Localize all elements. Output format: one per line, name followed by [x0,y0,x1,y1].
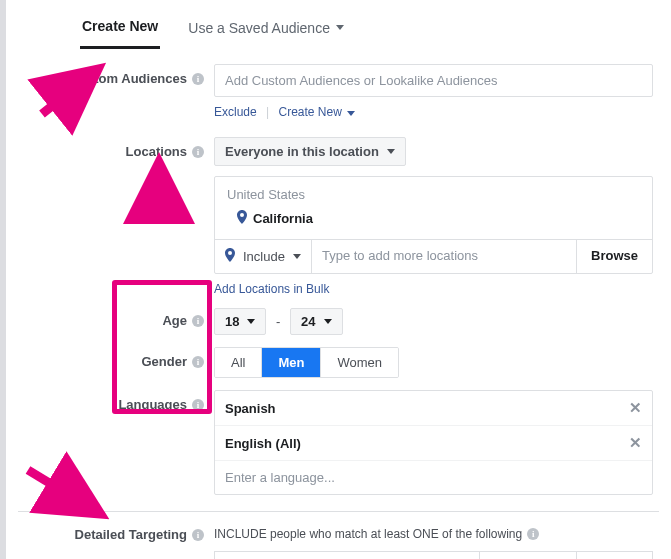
caret-down-icon [347,111,355,116]
info-icon[interactable]: i [192,356,204,368]
browse-locations-button[interactable]: Browse [576,240,652,273]
info-icon[interactable]: i [192,529,204,541]
caret-down-icon [324,319,332,324]
location-region-item[interactable]: California [215,204,652,239]
info-icon[interactable]: i [192,315,204,327]
tab-saved-label: Use a Saved Audience [188,20,330,36]
languages-label-text: Languages [118,397,187,412]
caret-down-icon [336,25,344,30]
gender-segment: All Men Women [214,347,399,378]
gender-label: Gender i [18,347,214,369]
separator: | [260,105,275,119]
gender-men[interactable]: Men [262,348,321,377]
detailed-targeting-label: Detailed Targeting i [18,524,214,542]
locations-label: Locations i [18,137,214,159]
location-scope-text: Everyone in this location [225,144,379,159]
audience-tabs: Create New Use a Saved Audience [18,0,659,50]
info-icon[interactable]: i [192,73,204,85]
caret-down-icon [293,254,301,259]
language-name: Spanish [225,401,276,416]
browse-detailed-button[interactable]: Browse [576,552,652,559]
location-country: United States [215,177,652,204]
create-new-link[interactable]: Create New [279,105,356,119]
location-region-text: California [253,211,313,226]
language-item: Spanish ✕ [215,391,652,426]
location-scope-select[interactable]: Everyone in this location [214,137,406,166]
map-pin-icon [225,248,235,265]
create-new-text: Create New [279,105,342,119]
detailed-input-box: Add demographics, interests or behaviors… [214,551,653,559]
custom-audiences-label-text: Custom Audiences [70,71,187,86]
gender-women[interactable]: Women [321,348,398,377]
language-name: English (All) [225,436,301,451]
detailed-headline: INCLUDE people who match at least ONE of… [214,524,653,541]
gender-label-text: Gender [141,354,187,369]
tab-saved-audience[interactable]: Use a Saved Audience [186,8,346,49]
gender-all[interactable]: All [215,348,262,377]
age-min-select[interactable]: 18 [214,308,266,335]
age-max-select[interactable]: 24 [290,308,342,335]
bulk-locations-link[interactable]: Add Locations in Bulk [214,274,329,296]
locations-box: United States California Include [214,176,653,274]
locations-label-text: Locations [126,144,187,159]
map-pin-icon [237,210,247,227]
age-label: Age i [18,306,214,328]
custom-audiences-label: Custom Audiences i [18,64,214,86]
include-select[interactable]: Include [215,240,312,273]
age-label-text: Age [162,313,187,328]
languages-box: Spanish ✕ English (All) ✕ Enter a langua… [214,390,653,495]
age-dash: - [270,314,286,329]
caret-down-icon [387,149,395,154]
remove-language-button[interactable]: ✕ [629,399,642,417]
age-min-value: 18 [225,314,239,329]
detailed-headline-text: INCLUDE people who match at least ONE of… [214,527,522,541]
age-max-value: 24 [301,314,315,329]
languages-label: Languages i [18,390,214,412]
info-icon[interactable]: i [192,399,204,411]
info-icon[interactable]: i [192,146,204,158]
include-text: Include [243,249,285,264]
detailed-input[interactable]: Add demographics, interests or behaviors [215,552,479,559]
caret-down-icon [247,319,255,324]
remove-language-button[interactable]: ✕ [629,434,642,452]
custom-audiences-input[interactable]: Add Custom Audiences or Lookalike Audien… [214,64,653,97]
language-item: English (All) ✕ [215,426,652,461]
language-input[interactable]: Enter a language... [215,461,652,494]
detailed-targeting-label-text: Detailed Targeting [75,527,187,542]
location-input[interactable]: Type to add more locations [312,240,576,273]
suggestions-button[interactable]: Suggestions [479,552,576,559]
info-icon[interactable]: i [527,528,539,540]
exclude-link[interactable]: Exclude [214,105,257,119]
tab-create-new[interactable]: Create New [80,8,160,49]
